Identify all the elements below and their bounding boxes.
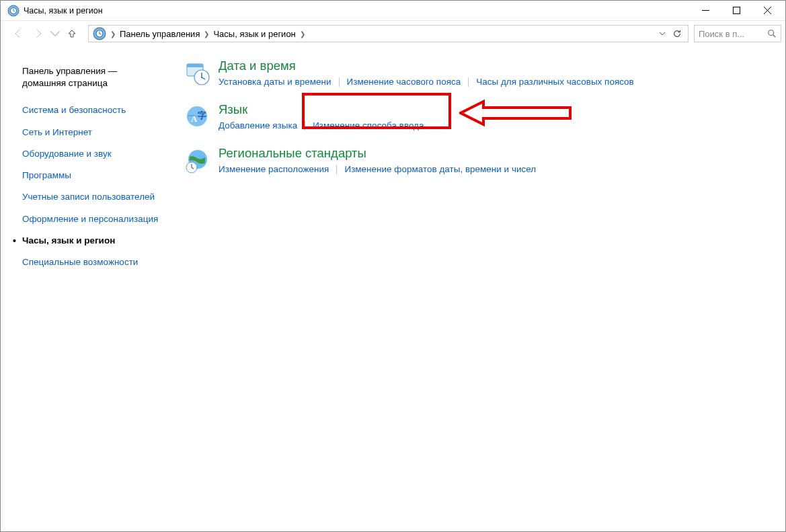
chevron-right-icon[interactable]: ❯ (204, 30, 209, 38)
window-title: Часы, язык и регион (24, 6, 103, 15)
category-title-region[interactable]: Региональные стандарты (219, 146, 536, 161)
clock-icon (184, 60, 210, 87)
sidebar-item-clock-lang-region[interactable]: Часы, язык и регион (22, 235, 162, 247)
sidebar-item-accessibility[interactable]: Специальные возможности (22, 256, 162, 268)
sidebar-item-accounts[interactable]: Учетные записи пользователей (22, 191, 162, 203)
link-additional-clocks[interactable]: Часы для различных часовых поясов (476, 76, 634, 87)
sidebar-item-appearance[interactable]: Оформление и персонализация (22, 213, 162, 225)
svg-text:A: A (191, 114, 198, 124)
chevron-right-icon[interactable]: ❯ (300, 30, 305, 38)
address-bar[interactable]: ❯ Панель управления ❯ Часы, язык и регио… (88, 25, 689, 42)
back-button[interactable] (9, 24, 28, 43)
breadcrumb-current[interactable]: Часы, язык и регион (210, 29, 298, 39)
category-language: A 字 Язык Добавление языка Изменение спос… (184, 102, 772, 131)
search-input[interactable] (699, 29, 767, 39)
divider (339, 77, 340, 87)
divider (305, 121, 305, 130)
title-bar: Часы, язык и регион (1, 1, 785, 21)
category-title-date-time[interactable]: Дата и время (219, 59, 634, 73)
sidebar: Панель управления — домашняя страница Си… (1, 46, 170, 530)
link-change-formats[interactable]: Изменение форматов даты, времени и чисел (344, 163, 536, 175)
link-change-timezone[interactable]: Изменение часового пояса (347, 76, 461, 87)
body: Панель управления — домашняя страница Си… (1, 46, 785, 530)
sidebar-item-network[interactable]: Сеть и Интернет (22, 126, 162, 139)
navigation-bar: ❯ Панель управления ❯ Часы, язык и регио… (1, 21, 785, 46)
svg-rect-7 (187, 64, 203, 67)
address-icon (93, 27, 106, 40)
category-region: Региональные стандарты Изменение располо… (184, 146, 772, 175)
recent-dropdown-button[interactable] (49, 24, 61, 43)
search-icon (767, 29, 777, 38)
content-area: Дата и время Установка даты и времени Из… (170, 46, 785, 530)
maximize-button[interactable] (721, 1, 752, 21)
sidebar-item-system[interactable]: Система и безопасность (22, 104, 162, 116)
link-add-language[interactable]: Добавление языка (219, 120, 297, 131)
forward-button[interactable] (29, 24, 48, 43)
category-title-language[interactable]: Язык (219, 102, 424, 117)
divider (336, 165, 337, 174)
link-change-location[interactable]: Изменение расположения (219, 163, 329, 175)
link-change-input-method[interactable]: Изменение способа ввода (313, 120, 424, 131)
sidebar-item-hardware[interactable]: Оборудование и звук (22, 148, 162, 160)
close-button[interactable] (752, 1, 783, 21)
svg-text:字: 字 (198, 110, 206, 120)
globe-language-icon: A 字 (184, 104, 210, 130)
sidebar-item-programs[interactable]: Программы (22, 169, 162, 182)
svg-rect-2 (733, 7, 740, 14)
minimize-button[interactable] (690, 1, 721, 21)
breadcrumb-root[interactable]: Панель управления (117, 29, 202, 39)
up-button[interactable] (63, 24, 81, 43)
sidebar-home[interactable]: Панель управления — домашняя страница (22, 65, 162, 89)
address-history-dropdown[interactable] (656, 27, 669, 40)
category-date-time: Дата и время Установка даты и времени Из… (184, 59, 772, 87)
divider (468, 77, 469, 87)
window-controls (690, 1, 783, 21)
svg-point-5 (769, 30, 774, 36)
app-icon (7, 5, 19, 17)
link-set-date-time[interactable]: Установка даты и времени (219, 76, 331, 87)
refresh-button[interactable] (670, 27, 684, 40)
globe-region-icon (184, 147, 210, 174)
search-box[interactable] (694, 25, 781, 42)
chevron-right-icon[interactable]: ❯ (110, 30, 116, 38)
